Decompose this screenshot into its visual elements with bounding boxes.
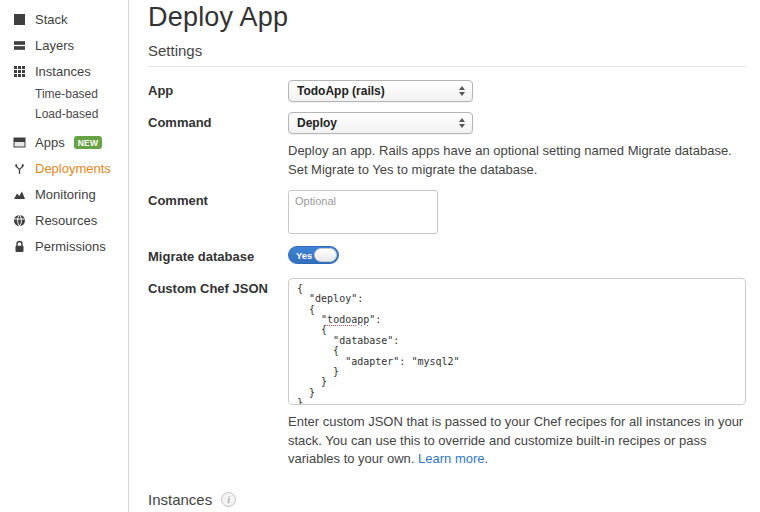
- sidebar-item-monitoring[interactable]: Monitoring: [0, 181, 128, 207]
- sidebar-item-apps[interactable]: Apps NEW: [0, 129, 128, 155]
- select-arrows-icon: [459, 118, 465, 128]
- sidebar-item-time-based[interactable]: Time-based: [0, 84, 128, 104]
- chef-json-label: Custom Chef JSON: [148, 278, 288, 300]
- sidebar-item-deployments[interactable]: Deployments: [0, 155, 128, 181]
- sidebar-item-label: Layers: [35, 38, 74, 53]
- app-label: App: [148, 80, 288, 102]
- command-help-row: Deploy an app. Rails apps have an option…: [148, 142, 746, 180]
- sidebar-item-label: Monitoring: [35, 187, 96, 202]
- chef-help-row: Enter custom JSON that is passed to your…: [148, 413, 746, 470]
- sidebar-item-load-based[interactable]: Load-based: [0, 104, 128, 124]
- command-row: Command Deploy: [148, 112, 746, 134]
- migrate-toggle-value: Yes: [296, 250, 312, 261]
- instances-icon: [13, 65, 26, 78]
- sidebar-item-layers[interactable]: Layers: [0, 32, 128, 58]
- sidebar-item-permissions[interactable]: Permissions: [0, 233, 128, 259]
- chef-help-suffix: .: [485, 451, 489, 466]
- select-arrows-icon: [459, 86, 465, 96]
- app-row: App TodoApp (rails): [148, 80, 746, 102]
- sidebar-item-label: Apps: [35, 135, 65, 150]
- permissions-icon: [13, 240, 26, 253]
- new-badge: NEW: [74, 136, 103, 149]
- layers-icon: [13, 39, 26, 52]
- comment-row: Comment: [148, 190, 746, 234]
- monitoring-icon: [13, 188, 26, 201]
- app-select[interactable]: TodoApp (rails): [288, 80, 473, 102]
- settings-section-title: Settings: [148, 42, 202, 59]
- sidebar-item-label: Instances: [35, 64, 91, 79]
- sidebar: Stack Layers Instances Time-based Load-b…: [0, 0, 129, 512]
- info-icon[interactable]: i: [221, 492, 236, 507]
- command-select-value: Deploy: [297, 116, 337, 130]
- sidebar-item-label: Deployments: [35, 161, 111, 176]
- command-label: Command: [148, 112, 288, 134]
- apps-icon: [13, 136, 26, 149]
- toggle-knob[interactable]: [314, 248, 337, 262]
- sidebar-item-resources[interactable]: Resources: [0, 207, 128, 233]
- sidebar-subitem-label: Time-based: [35, 87, 98, 101]
- migrate-row: Migrate database Yes: [148, 246, 746, 268]
- page-title: Deploy App: [148, 2, 746, 32]
- deployments-icon: [13, 162, 26, 175]
- sidebar-item-label: Resources: [35, 213, 97, 228]
- command-help-text: Deploy an app. Rails apps have an option…: [288, 142, 746, 180]
- chef-help-text: Enter custom JSON that is passed to your…: [288, 413, 746, 470]
- chef-help-prefix: Enter custom JSON that is passed to your…: [288, 414, 743, 467]
- settings-section-header: Settings: [148, 42, 746, 67]
- instances-section-title: Instances: [148, 491, 212, 508]
- comment-input[interactable]: [288, 190, 438, 234]
- stack-icon: [13, 13, 26, 26]
- chef-json-row: Custom Chef JSON { "deploy": { "todoapp"…: [148, 278, 746, 405]
- learn-more-link[interactable]: Learn more: [418, 451, 484, 466]
- sidebar-subitem-label: Load-based: [35, 107, 98, 121]
- sidebar-item-label: Permissions: [35, 239, 106, 254]
- main-content: Deploy App Settings App TodoApp (rails) …: [129, 0, 760, 512]
- sidebar-item-stack[interactable]: Stack: [0, 6, 128, 32]
- migrate-label: Migrate database: [148, 246, 288, 268]
- migrate-toggle[interactable]: Yes: [288, 246, 339, 264]
- sidebar-item-instances[interactable]: Instances: [0, 58, 128, 84]
- comment-label: Comment: [148, 190, 288, 212]
- sidebar-item-label: Stack: [35, 12, 68, 27]
- resources-icon: [13, 214, 26, 227]
- command-select[interactable]: Deploy: [288, 112, 473, 134]
- instances-section-header: Instances i: [148, 491, 746, 512]
- chef-json-editor[interactable]: { "deploy": { "todoapp": { "database": {…: [288, 278, 746, 405]
- app-select-value: TodoApp (rails): [297, 84, 385, 98]
